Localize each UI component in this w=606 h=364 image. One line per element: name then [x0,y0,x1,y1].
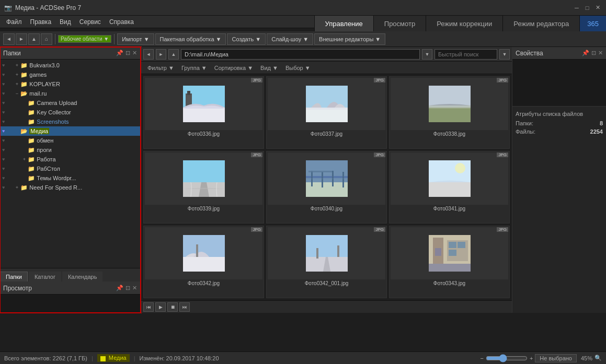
tree-label: Медиа [29,128,49,134]
window-title: Медиа - ACDSee Pro 7 [15,4,81,11]
tree-item-media[interactable]: ♥ 📂 Медиа [0,126,140,136]
menu-view[interactable]: Вид [55,17,75,27]
up-button[interactable]: ▲ [28,33,40,45]
thumb-foto336[interactable]: JPG Фото0336.jpg [143,76,264,149]
jpg-badge: JPG [497,78,508,83]
tab-correct[interactable]: Режим коррекции [426,16,502,31]
batch-button[interactable]: Пакетная обработка ▼ [155,33,226,45]
expander[interactable] [20,146,28,154]
expander[interactable] [20,165,28,172]
thumb-foto343[interactable]: JPG Фото0343.jpg [389,226,510,298]
expander[interactable]: + [13,71,20,78]
tree-item-cameraupload[interactable]: ♥ 📁 Camera Upload [0,98,140,108]
panel-float-button[interactable]: ⊡ [125,50,130,56]
thumb-foto341[interactable]: JPG Фото0341.jpg [389,151,510,224]
external-button[interactable]: Внешние редакторы ▼ [314,33,385,45]
search-input[interactable] [435,49,497,60]
menu-service[interactable]: Сервис [75,17,105,27]
menu-edit[interactable]: Правка [26,17,56,27]
thumb-foto342[interactable]: JPG Фото0342.jpg [143,226,264,298]
tree-item-bukvarix[interactable]: ♥ + 📁 Bukvarix3.0 [0,61,140,70]
tab-folders[interactable]: Папки [0,272,28,281]
zoom-in-icon[interactable]: + [530,355,533,361]
addr-back-btn[interactable]: ◄ [143,49,154,60]
media-stop-btn[interactable]: ⏹ [167,302,178,312]
thumb-foto338[interactable]: JPG Фото0338.jpg [389,76,510,149]
tab-calendar[interactable]: Календарь [62,272,103,281]
folders-title: Папки [3,50,21,57]
left-panel: Папки 📌 ⊡ ✕ ♥ + 📁 Bukvarix3.0 [0,47,141,313]
thumb-foto342-001[interactable]: JPG Фото0342_001.jpg [266,226,387,298]
expander[interactable] [20,118,28,125]
tab-view[interactable]: Просмотр [373,16,426,31]
expander[interactable] [13,127,20,135]
tree-item-obmen[interactable]: ♥ 📁 обмен [0,136,140,145]
sort-button[interactable]: Сортировка ▼ [211,64,256,72]
forward-button[interactable]: ► [16,33,27,45]
maximize-button[interactable]: □ [583,4,591,12]
addr-fwd-btn[interactable]: ► [156,49,166,60]
media-play-btn[interactable]: ▶ [155,302,166,312]
expander[interactable] [20,137,28,144]
thumb-foto340[interactable]: JPG Фото0340.jpg [266,151,387,224]
tree-item-keycollector[interactable]: ♥ 📁 Key Collector [0,108,140,117]
tree-item-rabstol[interactable]: ♥ 📁 РабСтол [0,164,140,173]
expander[interactable] [20,109,28,116]
close-button[interactable]: ✕ [593,4,602,12]
thumb-foto339[interactable]: JPG Фото0339.jpg [143,151,264,224]
zoom-out-icon[interactable]: − [480,355,483,361]
thumb-label: Фото0342.jpg [188,280,220,286]
zoom-slider[interactable] [486,354,528,362]
expander[interactable]: + [13,62,20,69]
expander[interactable]: + [13,80,20,88]
close-button[interactable]: ✕ [132,285,137,291]
heart-icon: ♥ [2,147,5,152]
tree-item-nfs[interactable]: ♥ + 📁 Need For Speed R... [0,183,140,192]
tab-catalog[interactable]: Каталог [29,272,61,281]
tab-365[interactable]: 365 [579,16,606,31]
tab-manage[interactable]: Управление [314,16,373,31]
import-button[interactable]: Импорт ▼ [117,33,154,45]
workspace-selector[interactable]: Рабочие области ▼ [58,35,111,43]
media-next-btn[interactable]: ⏭ [179,302,190,312]
tree-item-rabota[interactable]: ♥ + 📁 Работа [0,155,140,164]
tree-item-games[interactable]: ♥ + 📁 games [0,70,140,79]
pin-icon[interactable]: 📌 [116,50,123,56]
search-dropdown-btn[interactable]: ▼ [499,49,510,60]
tree-item-mailru[interactable]: ♥ − 📂 mail.ru [0,89,140,98]
menu-help[interactable]: Справка [105,17,138,27]
expander[interactable]: + [13,184,20,191]
props-preview-area [512,60,606,107]
close-button[interactable]: ✕ [598,50,603,56]
addr-dropdown-btn[interactable]: ▼ [422,49,432,60]
media-prev-btn[interactable]: ⏮ [143,302,154,312]
home-button[interactable]: ⌂ [41,33,52,45]
tree-item-temy[interactable]: ♥ 📁 Темы Wordpr... [0,173,140,183]
filter-button[interactable]: Фильтр ▼ [144,64,177,72]
heart-icon: ♥ [2,157,5,162]
view-button[interactable]: Вид ▼ [257,64,281,72]
expander[interactable] [20,174,28,182]
thumb-foto337[interactable]: JPG Фото0337.jpg [266,76,387,149]
tab-editor[interactable]: Режим редактора [502,16,579,31]
panel-close-button[interactable]: ✕ [132,50,137,56]
minimize-button[interactable]: ─ [573,4,581,12]
group-button[interactable]: Группа ▼ [178,64,210,72]
float-button[interactable]: ⊡ [125,285,130,291]
expander[interactable] [20,99,28,107]
float-button[interactable]: ⊡ [591,50,596,56]
tree-item-screenshots[interactable]: ♥ 📁 Screenshots [0,117,140,126]
expander[interactable]: + [20,156,28,163]
pin-icon[interactable]: 📌 [582,50,589,56]
menu-file[interactable]: Файл [2,17,26,27]
create-button[interactable]: Создать ▼ [227,33,266,45]
select-button[interactable]: Выбор ▼ [282,64,314,72]
expander[interactable]: − [13,90,20,97]
address-input[interactable] [181,49,420,60]
pin-icon[interactable]: 📌 [116,285,123,291]
back-button[interactable]: ◄ [3,33,15,45]
tree-item-progi[interactable]: ♥ 📁 проги [0,145,140,155]
slideshow-button[interactable]: Слайд-шоу ▼ [267,33,313,45]
tree-item-koplayer[interactable]: ♥ + 📁 KOPLAYER [0,79,140,89]
addr-up-btn[interactable]: ▲ [168,49,179,60]
